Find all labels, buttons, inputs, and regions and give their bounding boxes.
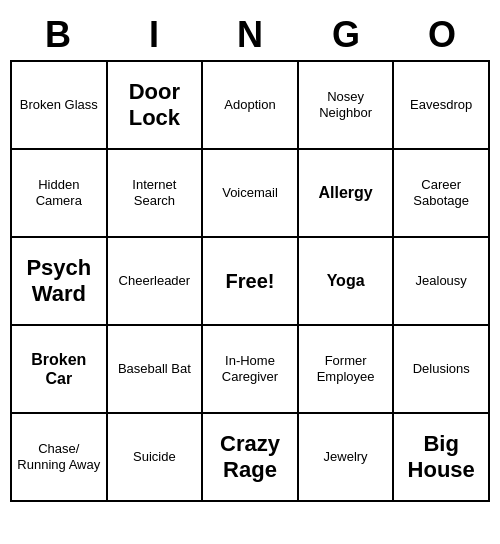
cell-3[interactable]: Nosey Neighbor: [299, 62, 395, 150]
cell-1[interactable]: Door Lock: [108, 62, 204, 150]
header-b: B: [10, 10, 106, 60]
cell-23[interactable]: Jewelry: [299, 414, 395, 502]
cell-10[interactable]: Psych Ward: [12, 238, 108, 326]
cell-7[interactable]: Voicemail: [203, 150, 299, 238]
cell-13[interactable]: Yoga: [299, 238, 395, 326]
cell-21[interactable]: Suicide: [108, 414, 204, 502]
cell-15[interactable]: Broken Car: [12, 326, 108, 414]
cell-12[interactable]: Free!: [203, 238, 299, 326]
cell-2[interactable]: Adoption: [203, 62, 299, 150]
header-o: O: [394, 10, 490, 60]
cell-19[interactable]: Delusions: [394, 326, 490, 414]
cell-16[interactable]: Baseball Bat: [108, 326, 204, 414]
bingo-header: B I N G O: [10, 10, 490, 60]
header-i: I: [106, 10, 202, 60]
cell-20[interactable]: Chase/ Running Away: [12, 414, 108, 502]
cell-4[interactable]: Eavesdrop: [394, 62, 490, 150]
cell-22[interactable]: Crazy Rage: [203, 414, 299, 502]
cell-6[interactable]: Internet Search: [108, 150, 204, 238]
cell-5[interactable]: Hidden Camera: [12, 150, 108, 238]
bingo-grid: Broken Glass Door Lock Adoption Nosey Ne…: [10, 60, 490, 502]
bingo-card: B I N G O Broken Glass Door Lock Adoptio…: [10, 10, 490, 502]
header-n: N: [202, 10, 298, 60]
cell-24[interactable]: Big House: [394, 414, 490, 502]
cell-17[interactable]: In-Home Caregiver: [203, 326, 299, 414]
header-g: G: [298, 10, 394, 60]
cell-18[interactable]: Former Employee: [299, 326, 395, 414]
cell-11[interactable]: Cheerleader: [108, 238, 204, 326]
cell-14[interactable]: Jealousy: [394, 238, 490, 326]
cell-0[interactable]: Broken Glass: [12, 62, 108, 150]
cell-8[interactable]: Allergy: [299, 150, 395, 238]
cell-9[interactable]: Career Sabotage: [394, 150, 490, 238]
